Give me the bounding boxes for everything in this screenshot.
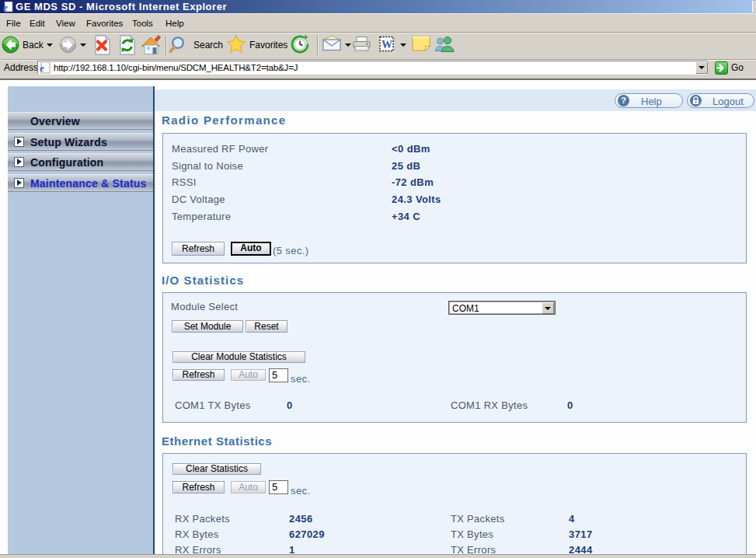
svg-text:W: W: [381, 39, 392, 51]
svg-text:e: e: [40, 62, 44, 74]
svg-text:e: e: [3, 2, 8, 12]
